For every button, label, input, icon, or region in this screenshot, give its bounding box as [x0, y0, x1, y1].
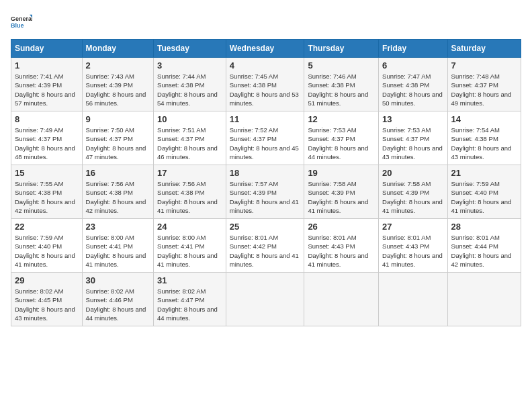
- calendar-cell: [379, 273, 448, 326]
- calendar-cell: 27Sunrise: 8:01 AMSunset: 4:43 PMDayligh…: [379, 219, 448, 273]
- day-number: 16: [86, 168, 150, 178]
- calendar-cell: 8Sunrise: 7:49 AMSunset: 4:37 PMDaylight…: [11, 111, 83, 165]
- day-info: Sunrise: 8:01 AMSunset: 4:43 PMDaylight:…: [382, 233, 444, 269]
- calendar-cell: 4Sunrise: 7:45 AMSunset: 4:38 PMDaylight…: [226, 58, 304, 111]
- calendar-cell: 29Sunrise: 8:02 AMSunset: 4:45 PMDayligh…: [11, 273, 83, 326]
- calendar-cell: 18Sunrise: 7:57 AMSunset: 4:39 PMDayligh…: [226, 165, 304, 219]
- day-number: 6: [382, 60, 444, 71]
- calendar-cell: [447, 273, 521, 326]
- calendar-cell: 22Sunrise: 7:59 AMSunset: 4:40 PMDayligh…: [11, 219, 83, 273]
- calendar-cell: 16Sunrise: 7:56 AMSunset: 4:38 PMDayligh…: [82, 165, 154, 219]
- day-info: Sunrise: 7:59 AMSunset: 4:40 PMDaylight:…: [15, 233, 79, 269]
- day-number: 2: [86, 60, 150, 71]
- calendar-cell: 2Sunrise: 7:43 AMSunset: 4:39 PMDaylight…: [82, 58, 154, 111]
- day-info: Sunrise: 7:58 AMSunset: 4:39 PMDaylight:…: [308, 179, 375, 215]
- calendar-cell: 17Sunrise: 7:56 AMSunset: 4:38 PMDayligh…: [154, 165, 226, 219]
- weekday-header-saturday: Saturday: [447, 40, 521, 58]
- day-info: Sunrise: 7:50 AMSunset: 4:37 PMDaylight:…: [86, 126, 150, 161]
- calendar-cell: 26Sunrise: 8:01 AMSunset: 4:43 PMDayligh…: [304, 219, 379, 273]
- calendar-cell: [304, 273, 379, 326]
- day-info: Sunrise: 7:53 AMSunset: 4:37 PMDaylight:…: [382, 126, 444, 161]
- weekday-header-row: SundayMondayTuesdayWednesdayThursdayFrid…: [11, 40, 521, 58]
- calendar-table: SundayMondayTuesdayWednesdayThursdayFrid…: [11, 39, 521, 326]
- calendar-cell: 12Sunrise: 7:53 AMSunset: 4:37 PMDayligh…: [304, 111, 379, 165]
- day-info: Sunrise: 7:58 AMSunset: 4:39 PMDaylight:…: [382, 179, 444, 215]
- day-number: 31: [157, 275, 222, 285]
- day-number: 15: [15, 168, 79, 178]
- day-info: Sunrise: 8:00 AMSunset: 4:41 PMDaylight:…: [157, 233, 222, 269]
- day-info: Sunrise: 8:02 AMSunset: 4:45 PMDaylight:…: [15, 287, 79, 322]
- day-info: Sunrise: 8:02 AMSunset: 4:47 PMDaylight:…: [157, 287, 222, 322]
- logo: General Blue: [11, 11, 32, 32]
- calendar-cell: 14Sunrise: 7:54 AMSunset: 4:38 PMDayligh…: [447, 111, 521, 165]
- svg-text:General: General: [11, 15, 32, 22]
- day-info: Sunrise: 8:00 AMSunset: 4:41 PMDaylight:…: [86, 233, 150, 269]
- calendar-cell: 11Sunrise: 7:52 AMSunset: 4:37 PMDayligh…: [226, 111, 304, 165]
- day-info: Sunrise: 8:02 AMSunset: 4:46 PMDaylight:…: [86, 287, 150, 322]
- calendar-cell: 9Sunrise: 7:50 AMSunset: 4:37 PMDaylight…: [82, 111, 154, 165]
- weekday-header-wednesday: Wednesday: [226, 40, 304, 58]
- day-info: Sunrise: 8:01 AMSunset: 4:44 PMDaylight:…: [451, 233, 517, 269]
- day-info: Sunrise: 7:51 AMSunset: 4:37 PMDaylight:…: [157, 126, 222, 161]
- calendar-cell: 5Sunrise: 7:46 AMSunset: 4:38 PMDaylight…: [304, 58, 379, 111]
- calendar-cell: 31Sunrise: 8:02 AMSunset: 4:47 PMDayligh…: [154, 273, 226, 326]
- day-info: Sunrise: 7:49 AMSunset: 4:37 PMDaylight:…: [15, 126, 79, 161]
- day-info: Sunrise: 7:56 AMSunset: 4:38 PMDaylight:…: [157, 179, 222, 215]
- day-info: Sunrise: 7:41 AMSunset: 4:39 PMDaylight:…: [15, 72, 79, 107]
- calendar-cell: 10Sunrise: 7:51 AMSunset: 4:37 PMDayligh…: [154, 111, 226, 165]
- calendar-cell: 19Sunrise: 7:58 AMSunset: 4:39 PMDayligh…: [304, 165, 379, 219]
- day-number: 22: [15, 222, 79, 232]
- day-number: 1: [15, 60, 79, 71]
- weekday-header-friday: Friday: [379, 40, 448, 58]
- day-number: 25: [230, 222, 301, 232]
- calendar-cell: 13Sunrise: 7:53 AMSunset: 4:37 PMDayligh…: [379, 111, 448, 165]
- calendar-cell: 1Sunrise: 7:41 AMSunset: 4:39 PMDaylight…: [11, 58, 83, 111]
- day-number: 10: [157, 114, 222, 124]
- day-info: Sunrise: 8:01 AMSunset: 4:43 PMDaylight:…: [308, 233, 375, 269]
- day-number: 27: [382, 222, 444, 232]
- day-info: Sunrise: 7:54 AMSunset: 4:38 PMDaylight:…: [451, 126, 517, 161]
- day-number: 3: [157, 60, 222, 71]
- calendar-cell: 30Sunrise: 8:02 AMSunset: 4:46 PMDayligh…: [82, 273, 154, 326]
- weekday-header-tuesday: Tuesday: [154, 40, 226, 58]
- day-number: 7: [451, 60, 517, 71]
- logo-svg: General Blue: [11, 11, 32, 32]
- day-info: Sunrise: 7:43 AMSunset: 4:39 PMDaylight:…: [86, 72, 150, 107]
- calendar-cell: 21Sunrise: 7:59 AMSunset: 4:40 PMDayligh…: [447, 165, 521, 219]
- day-info: Sunrise: 7:53 AMSunset: 4:37 PMDaylight:…: [308, 126, 375, 161]
- day-number: 20: [382, 168, 444, 178]
- day-number: 26: [308, 222, 375, 232]
- day-info: Sunrise: 7:48 AMSunset: 4:37 PMDaylight:…: [451, 72, 517, 107]
- day-info: Sunrise: 7:45 AMSunset: 4:38 PMDaylight:…: [230, 72, 301, 107]
- calendar-cell: 28Sunrise: 8:01 AMSunset: 4:44 PMDayligh…: [447, 219, 521, 273]
- day-info: Sunrise: 7:55 AMSunset: 4:38 PMDaylight:…: [15, 179, 79, 215]
- week-row-4: 22Sunrise: 7:59 AMSunset: 4:40 PMDayligh…: [11, 219, 521, 273]
- day-number: 8: [15, 114, 79, 124]
- day-info: Sunrise: 7:47 AMSunset: 4:38 PMDaylight:…: [382, 72, 444, 107]
- calendar-cell: 3Sunrise: 7:44 AMSunset: 4:38 PMDaylight…: [154, 58, 226, 111]
- day-info: Sunrise: 7:44 AMSunset: 4:38 PMDaylight:…: [157, 72, 222, 107]
- day-number: 29: [15, 275, 79, 285]
- day-number: 5: [308, 60, 375, 71]
- day-number: 30: [86, 275, 150, 285]
- day-info: Sunrise: 7:46 AMSunset: 4:38 PMDaylight:…: [308, 72, 375, 107]
- day-info: Sunrise: 7:52 AMSunset: 4:37 PMDaylight:…: [230, 126, 301, 161]
- day-number: 12: [308, 114, 375, 124]
- weekday-header-thursday: Thursday: [304, 40, 379, 58]
- day-number: 4: [230, 60, 301, 71]
- calendar-cell: 24Sunrise: 8:00 AMSunset: 4:41 PMDayligh…: [154, 219, 226, 273]
- day-info: Sunrise: 7:59 AMSunset: 4:40 PMDaylight:…: [451, 179, 517, 215]
- day-number: 21: [451, 168, 517, 178]
- weekday-header-monday: Monday: [82, 40, 154, 58]
- day-info: Sunrise: 7:56 AMSunset: 4:38 PMDaylight:…: [86, 179, 150, 215]
- page-header: General Blue: [11, 11, 521, 32]
- calendar-cell: 25Sunrise: 8:01 AMSunset: 4:42 PMDayligh…: [226, 219, 304, 273]
- calendar-cell: 6Sunrise: 7:47 AMSunset: 4:38 PMDaylight…: [379, 58, 448, 111]
- calendar-cell: 20Sunrise: 7:58 AMSunset: 4:39 PMDayligh…: [379, 165, 448, 219]
- day-number: 9: [86, 114, 150, 124]
- day-number: 19: [308, 168, 375, 178]
- week-row-5: 29Sunrise: 8:02 AMSunset: 4:45 PMDayligh…: [11, 273, 521, 326]
- calendar-cell: 7Sunrise: 7:48 AMSunset: 4:37 PMDaylight…: [447, 58, 521, 111]
- day-number: 11: [230, 114, 301, 124]
- calendar-cell: 23Sunrise: 8:00 AMSunset: 4:41 PMDayligh…: [82, 219, 154, 273]
